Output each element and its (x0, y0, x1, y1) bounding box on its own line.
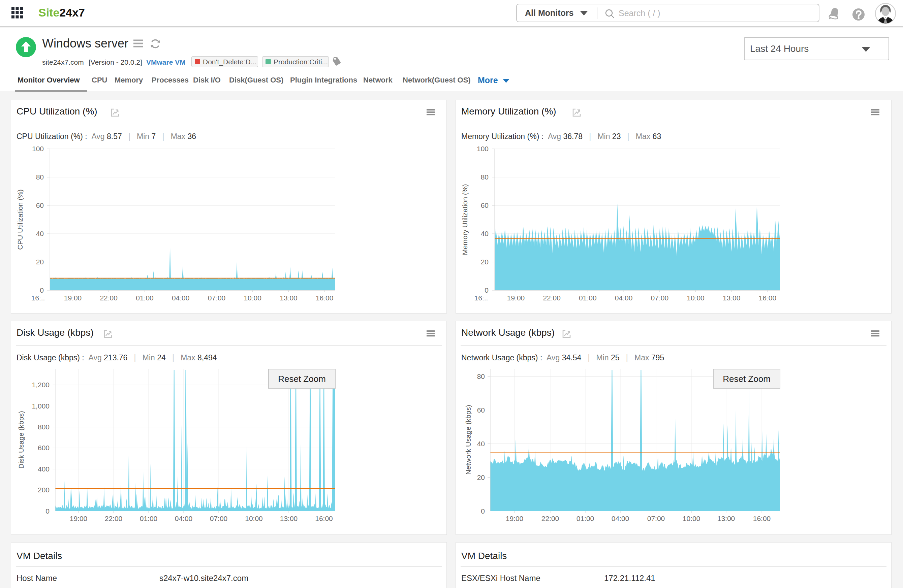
svg-text:40: 40 (477, 440, 485, 448)
svg-text:20: 20 (481, 258, 489, 266)
svg-text:0: 0 (485, 286, 489, 294)
svg-text:60: 60 (477, 406, 485, 414)
svg-text:16:..: 16:.. (31, 294, 45, 302)
svg-text:10:00: 10:00 (683, 514, 700, 522)
svg-text:10:00: 10:00 (687, 294, 705, 302)
svg-text:Disk Usage (kbps): Disk Usage (kbps) (17, 411, 25, 469)
svg-text:1,200: 1,200 (31, 381, 50, 389)
svg-text:0: 0 (40, 286, 44, 294)
svg-text:16:00: 16:00 (315, 514, 333, 522)
svg-text:80: 80 (36, 173, 44, 181)
svg-text:10:00: 10:00 (245, 514, 263, 522)
svg-text:16:..: 16:.. (474, 294, 488, 302)
svg-text:CPU Utilization (%): CPU Utilization (%) (16, 189, 24, 250)
svg-text:100: 100 (32, 145, 44, 152)
svg-text:40: 40 (481, 230, 489, 237)
svg-text:200: 200 (38, 486, 50, 494)
svg-text:13:00: 13:00 (280, 294, 297, 302)
svg-text:13:00: 13:00 (717, 514, 735, 522)
svg-text:Memory Utilization (%): Memory Utilization (%) (461, 184, 469, 255)
svg-text:80: 80 (481, 173, 489, 181)
svg-text:800: 800 (38, 423, 50, 431)
svg-text:04:00: 04:00 (615, 294, 633, 302)
svg-text:22:00: 22:00 (541, 514, 559, 522)
svg-text:13:00: 13:00 (723, 294, 741, 302)
svg-text:22:00: 22:00 (100, 294, 118, 302)
svg-text:07:00: 07:00 (208, 294, 226, 302)
svg-text:400: 400 (38, 465, 50, 473)
svg-text:60: 60 (481, 201, 489, 209)
svg-text:10:00: 10:00 (244, 294, 261, 302)
svg-text:20: 20 (36, 258, 44, 266)
svg-text:19:00: 19:00 (507, 294, 525, 302)
svg-text:600: 600 (38, 444, 50, 452)
svg-text:07:00: 07:00 (210, 514, 228, 522)
svg-text:22:00: 22:00 (105, 514, 123, 522)
svg-text:40: 40 (36, 230, 44, 237)
svg-text:16:00: 16:00 (316, 294, 334, 302)
svg-text:0: 0 (46, 507, 50, 515)
svg-text:04:00: 04:00 (172, 294, 190, 302)
svg-text:60: 60 (36, 201, 44, 209)
svg-text:80: 80 (477, 372, 485, 380)
svg-text:Reset Zoom: Reset Zoom (278, 374, 326, 384)
svg-text:01:00: 01:00 (140, 514, 158, 522)
svg-text:1,000: 1,000 (31, 402, 50, 410)
svg-text:01:00: 01:00 (576, 514, 595, 522)
svg-text:01:00: 01:00 (579, 294, 597, 302)
svg-text:07:00: 07:00 (647, 514, 665, 522)
svg-text:19:00: 19:00 (70, 514, 88, 522)
svg-text:04:00: 04:00 (175, 514, 193, 522)
svg-text:20: 20 (477, 474, 485, 481)
svg-text:19:00: 19:00 (64, 294, 82, 302)
svg-text:22:00: 22:00 (543, 294, 561, 302)
svg-text:Network Usage (kbps): Network Usage (kbps) (464, 405, 472, 475)
svg-text:100: 100 (477, 145, 489, 152)
svg-text:07:00: 07:00 (651, 294, 669, 302)
svg-text:04:00: 04:00 (612, 514, 629, 522)
svg-text:Reset Zoom: Reset Zoom (723, 374, 771, 384)
svg-text:01:00: 01:00 (136, 294, 154, 302)
svg-text:13:00: 13:00 (280, 514, 298, 522)
svg-text:16:00: 16:00 (759, 294, 777, 302)
svg-text:16:00: 16:00 (753, 514, 771, 522)
svg-text:0: 0 (481, 507, 485, 515)
svg-text:19:00: 19:00 (506, 514, 524, 522)
